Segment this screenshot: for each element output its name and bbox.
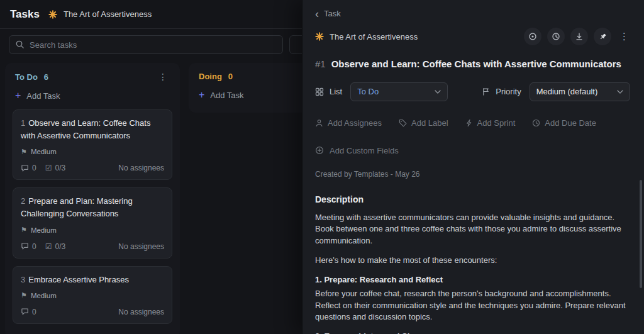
pin-button[interactable] <box>594 28 611 45</box>
detail-action-buttons: ⋮ <box>524 28 630 45</box>
lightning-icon <box>465 119 473 127</box>
checklist-icon: ☑ <box>45 164 52 172</box>
add-label-button[interactable]: Add Label <box>399 118 448 128</box>
description-paragraph: Here's how to make the most of these enc… <box>315 255 630 267</box>
add-task-button[interactable]: + Add Task <box>11 83 174 107</box>
card-meta: 0 ☑ 0/3 No assignees <box>21 242 164 251</box>
description-paragraph: Meeting with assertive communicators can… <box>315 212 630 248</box>
column-count: 6 <box>44 72 48 82</box>
comment-count: 0 <box>21 242 36 251</box>
detail-project-name: The Art of Assertiveness <box>330 32 418 42</box>
priority-flag-icon <box>482 87 490 96</box>
priority-select[interactable]: Medium (default) <box>530 82 630 101</box>
back-chevron-icon: ‹ <box>315 10 319 18</box>
checklist-icon: ☑ <box>45 243 52 250</box>
created-by-line: Created by Templates - May 26 <box>315 170 630 179</box>
add-custom-fields-button[interactable]: Add Custom Fields <box>315 146 399 155</box>
add-task-label: Add Task <box>26 91 60 101</box>
task-card[interactable]: 3Embrace Assertive Phrases ⚑ Medium 0 No… <box>13 266 172 324</box>
task-id: #1 <box>315 58 326 70</box>
column-title: To Do <box>15 72 38 82</box>
search-box <box>9 35 283 54</box>
page-title: Tasks <box>10 8 40 21</box>
checklist-progress: ☑ 0/3 <box>45 242 65 251</box>
column-todo: To Do 6 ⋮ + Add Task 1Observe and Learn:… <box>5 63 180 334</box>
detail-project-row: The Art of Assertiveness ⋮ <box>315 28 630 45</box>
column-todo-header: To Do 6 ⋮ <box>11 69 174 83</box>
description-paragraph: Before your coffee chat, research the pe… <box>315 288 630 324</box>
description-section: Description Meeting with assertive commu… <box>315 194 630 334</box>
list-select-value: To Do <box>357 87 379 96</box>
search-icon <box>15 40 25 49</box>
card-priority: ⚑ Medium <box>21 148 164 155</box>
time-tracking-button[interactable] <box>547 28 565 45</box>
download-button[interactable] <box>570 28 588 45</box>
card-meta: 0 ☑ 0/3 No assignees <box>21 164 164 172</box>
project-star-icon <box>315 32 324 41</box>
description-subheading: 2. Engage: Listen and Share <box>315 331 630 334</box>
column-count: 0 <box>228 72 233 81</box>
board-grid-icon <box>315 87 324 96</box>
list-select[interactable]: To Do <box>350 82 448 101</box>
plus-icon: + <box>199 90 204 100</box>
task-fields-row: List To Do Priority Medium (default) <box>315 82 630 101</box>
comment-count: 0 <box>21 308 36 316</box>
priority-field-label: Priority <box>482 87 521 96</box>
task-title: Observe and Learn: Coffee Chats with Ass… <box>331 58 621 70</box>
task-title-row: #1 Observe and Learn: Coffee Chats with … <box>315 58 630 70</box>
task-card[interactable]: 2Prepare and Plan: Mastering Challenging… <box>13 187 172 258</box>
chevron-down-icon <box>617 90 623 94</box>
project-name: The Art of Assertiveness <box>64 9 152 19</box>
description-subheading: 1. Prepare: Research and Reflect <box>315 274 630 286</box>
chevron-down-icon <box>435 90 441 94</box>
card-number: 1 <box>21 118 25 128</box>
tag-icon <box>399 119 407 127</box>
search-input[interactable] <box>9 35 283 54</box>
add-assignees-button[interactable]: Add Assignees <box>315 118 382 128</box>
card-title: 2Prepare and Plan: Mastering Challenging… <box>21 195 164 220</box>
scrollbar-thumb[interactable] <box>640 180 642 288</box>
column-title: Doing <box>199 72 222 81</box>
card-number: 3 <box>21 275 25 284</box>
list-field-label: List <box>315 87 342 96</box>
assignees-label: No assignees <box>118 242 164 251</box>
person-icon <box>315 119 323 127</box>
add-sprint-button[interactable]: Add Sprint <box>465 118 516 128</box>
clock-icon <box>532 119 540 127</box>
back-button[interactable]: ‹ Task <box>315 9 341 18</box>
plus-circle-icon <box>315 146 324 155</box>
assignees-label: No assignees <box>118 308 164 316</box>
more-options-icon[interactable]: ⋮ <box>617 31 630 42</box>
task-card[interactable]: 1Observe and Learn: Coffee Chats with As… <box>13 109 172 180</box>
back-label: Task <box>324 9 341 18</box>
comment-count: 0 <box>21 164 36 172</box>
project-star-icon <box>48 10 57 19</box>
add-task-label: Add Task <box>210 91 243 100</box>
app-window: Tasks The Art of Assertiveness To Do 6 <box>0 0 644 334</box>
task-detail-panel: ‹ Task The Art of Assertiveness <box>302 0 644 334</box>
add-due-date-button[interactable]: Add Due Date <box>532 118 596 128</box>
priority-flag-icon: ⚑ <box>21 292 27 299</box>
description-heading: Description <box>315 194 630 204</box>
checklist-progress: ☑ 0/3 <box>45 164 65 172</box>
record-button[interactable] <box>524 28 541 45</box>
card-priority: ⚑ Medium <box>21 292 164 299</box>
quick-add-row: Add Assignees Add Label Add Sprint Add D… <box>315 118 630 128</box>
priority-select-value: Medium (default) <box>536 87 598 96</box>
card-title: 3Embrace Assertive Phrases <box>21 274 164 286</box>
card-priority: ⚑ Medium <box>21 226 164 234</box>
column-menu-icon[interactable]: ⋮ <box>156 72 170 82</box>
priority-flag-icon: ⚑ <box>21 226 27 233</box>
card-meta: 0 No assignees <box>21 308 164 316</box>
card-number: 2 <box>21 196 25 206</box>
assignees-label: No assignees <box>118 164 164 172</box>
plus-icon: + <box>15 91 21 101</box>
priority-flag-icon: ⚑ <box>21 148 27 155</box>
card-title: 1Observe and Learn: Coffee Chats with As… <box>21 117 164 142</box>
